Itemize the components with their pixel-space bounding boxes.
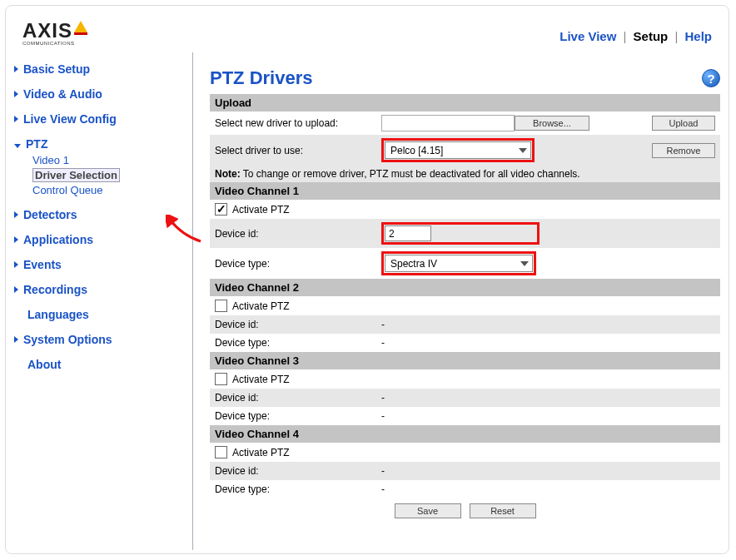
caret-right-icon [14,66,18,72]
section-head-channel-2: Video Channel 2 [210,279,720,296]
sidebar-item-about[interactable]: About [27,358,184,371]
label-activate-ptz: Activate PTZ [232,300,290,312]
sidebar-item-label: Live View Config [23,112,117,126]
sidebar-item-label: Events [23,258,62,271]
sidebar-item-label: System Options [23,333,112,346]
device-type-value-2: - [381,337,715,349]
sidebar-item-applications[interactable]: Applications [14,233,184,246]
sidebar-item-label: Basic Setup [23,62,90,76]
label-activate-ptz: Activate PTZ [232,204,290,216]
note-label: Note: [215,168,241,180]
device-type-select-1[interactable]: Spectra IV [385,255,533,272]
device-id-value-2: - [381,319,715,330]
sidebar-item-label: Video & Audio [23,87,102,101]
sidebar-item-languages[interactable]: Languages [27,308,184,321]
label-activate-ptz: Activate PTZ [232,374,290,385]
remove-button[interactable]: Remove [652,143,715,158]
sidebar-item-label: PTZ [26,137,47,151]
driver-select[interactable]: Pelco [4.15] [385,141,531,159]
nav-help[interactable]: Help [684,29,712,43]
sidebar: Basic Setup Video & Audio Live View Conf… [6,52,193,550]
sidebar-item-label: Recordings [23,283,87,296]
label-device-id: Device id: [215,392,381,404]
file-path-input[interactable] [381,115,515,131]
sidebar-item-label: Applications [23,233,93,246]
caret-right-icon [14,116,18,122]
device-id-input-1[interactable] [385,225,431,241]
nav-live-view[interactable]: Live View [559,29,616,43]
sidebar-item-video-audio[interactable]: Video & Audio [14,87,184,101]
note-body: To change or remove driver, PTZ must be … [241,168,580,180]
highlight-device-row [381,222,540,245]
save-button[interactable]: Save [395,503,461,518]
caret-right-icon [14,91,18,97]
page-title: PTZ Drivers [210,67,313,89]
upload-button[interactable]: Upload [652,116,715,131]
sidebar-subitem-video1[interactable]: Video 1 [32,154,69,166]
section-head-channel-3: Video Channel 3 [210,352,720,369]
device-type-value-3: - [381,410,715,422]
device-type-value-4: - [381,483,715,495]
highlight-device-type: Spectra IV [381,251,536,275]
activate-ptz-checkbox-4[interactable] [215,446,227,458]
caret-right-icon [14,236,18,243]
label-device-id: Device id: [215,465,381,477]
label-device-id: Device id: [215,228,381,240]
logo-subtext: COMMUNICATIONS [22,41,75,46]
section-head-channel-1: Video Channel 1 [210,182,720,200]
activate-ptz-checkbox-1[interactable] [215,203,227,216]
section-head-upload: Upload [210,94,720,112]
sidebar-item-live-view-config[interactable]: Live View Config [14,112,184,126]
note-text: Note: To change or remove driver, PTZ mu… [210,166,720,182]
caret-right-icon [14,211,18,218]
nav-separator: | [674,29,678,43]
caret-right-icon [14,286,18,293]
sidebar-subitem-driver-selection[interactable]: Driver Selection [32,168,120,182]
main-panel: PTZ Drivers ? Upload Select new driver t… [193,52,729,550]
device-type-value: Spectra IV [390,258,437,270]
label-select-new-driver: Select new driver to upload: [215,117,381,129]
sidebar-item-recordings[interactable]: Recordings [14,283,184,296]
driver-select-value: Pelco [4.15] [390,145,443,156]
logo-triangle-icon [74,21,87,32]
label-activate-ptz: Activate PTZ [232,447,290,458]
sidebar-item-events[interactable]: Events [14,258,184,271]
sidebar-item-ptz[interactable]: PTZ [14,137,184,151]
chevron-down-icon [519,148,527,153]
caret-right-icon [14,336,18,343]
top-nav: Live View | Setup | Help [559,19,712,43]
device-id-value-4: - [381,465,715,477]
label-select-driver: Select driver to use: [215,145,381,156]
section-head-channel-4: Video Channel 4 [210,425,720,443]
activate-ptz-checkbox-3[interactable] [215,373,227,385]
nav-setup[interactable]: Setup [634,29,669,43]
activate-ptz-checkbox-2[interactable] [215,300,227,312]
highlight-driver-select: Pelco [4.15] [381,138,535,162]
label-device-type: Device type: [215,337,381,349]
sidebar-subitem-control-queue[interactable]: Control Queue [32,184,103,196]
sidebar-item-detectors[interactable]: Detectors [14,208,184,221]
sidebar-item-system-options[interactable]: System Options [14,333,184,346]
label-device-type: Device type: [215,410,381,422]
reset-button[interactable]: Reset [470,503,536,518]
help-icon[interactable]: ? [702,69,720,87]
label-device-type: Device type: [215,483,381,495]
device-id-value-3: - [381,392,715,404]
label-device-type: Device type: [215,258,381,270]
sidebar-item-basic-setup[interactable]: Basic Setup [14,62,184,76]
label-device-id: Device id: [215,319,381,330]
sidebar-item-label: Detectors [23,208,77,221]
chevron-down-icon [520,261,529,266]
caret-right-icon [14,261,18,268]
caret-down-icon [14,144,21,148]
browse-button[interactable]: Browse... [515,116,589,131]
logo-brand-text: AXIS [22,19,72,42]
logo: AXIS COMMUNICATIONS [22,19,87,46]
nav-separator: | [623,29,626,43]
